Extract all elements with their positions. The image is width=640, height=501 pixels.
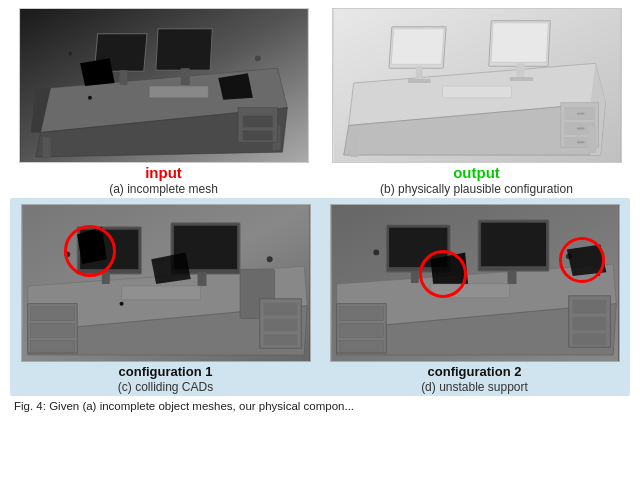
svg-rect-41 (588, 125, 596, 153)
bottom-right-image-box (323, 204, 626, 362)
svg-rect-72 (339, 340, 382, 352)
svg-point-59 (64, 251, 70, 257)
svg-rect-81 (572, 300, 606, 314)
svg-rect-40 (350, 135, 358, 157)
svg-rect-55 (197, 272, 206, 286)
svg-point-85 (373, 249, 379, 255)
top-right-caption: (b) physically plausible configuration (380, 182, 573, 196)
svg-rect-25 (391, 29, 444, 65)
svg-rect-37 (576, 113, 584, 115)
svg-rect-78 (507, 270, 516, 284)
svg-rect-38 (576, 127, 584, 129)
svg-rect-18 (242, 116, 272, 128)
svg-rect-28 (415, 66, 422, 80)
output-config-image (332, 8, 622, 163)
output-label-row: output (323, 164, 630, 181)
svg-rect-29 (516, 63, 524, 79)
figure-caption: Fig. 4: Given (a) incomplete object mesh… (10, 398, 630, 412)
svg-rect-31 (509, 77, 533, 81)
svg-rect-82 (572, 317, 606, 331)
svg-rect-65 (263, 334, 297, 345)
svg-rect-57 (121, 286, 200, 300)
svg-rect-47 (30, 323, 73, 337)
svg-rect-52 (101, 272, 109, 284)
svg-rect-19 (242, 130, 272, 140)
svg-rect-15 (42, 137, 50, 157)
svg-marker-88 (566, 244, 605, 276)
top-left-cell: input (a) incomplete mesh (10, 8, 317, 196)
svg-point-11 (68, 51, 72, 55)
svg-point-14 (236, 91, 240, 95)
top-right-cell: output (b) physically plausible configur… (323, 8, 630, 196)
bottom-left-cell: configuration 1 (c) colliding CADs (14, 204, 317, 394)
svg-rect-63 (263, 303, 297, 316)
input-label-row: input (10, 164, 317, 181)
svg-point-61 (119, 302, 123, 306)
svg-rect-48 (30, 340, 73, 352)
svg-rect-77 (480, 223, 545, 266)
svg-point-60 (266, 256, 272, 262)
svg-rect-32 (442, 86, 511, 98)
colliding-cads-image (21, 204, 311, 362)
bottom-row: configuration 1 (c) colliding CADs (10, 198, 630, 396)
svg-rect-8 (149, 86, 208, 98)
svg-rect-84 (430, 284, 509, 298)
top-right-image-box (323, 8, 630, 163)
svg-rect-64 (263, 319, 297, 332)
incomplete-mesh-image (19, 8, 309, 163)
output-label: output (453, 164, 500, 181)
bottom-left-caption: (c) colliding CADs (118, 380, 213, 394)
top-row: input (a) incomplete mesh (10, 8, 630, 196)
svg-rect-39 (576, 141, 584, 143)
input-label: input (145, 164, 182, 181)
unstable-support-image (330, 204, 620, 362)
svg-rect-5 (155, 29, 211, 70)
svg-rect-71 (339, 323, 382, 337)
svg-rect-30 (407, 79, 430, 83)
svg-point-12 (254, 55, 260, 61)
svg-rect-6 (119, 70, 127, 85)
bottom-right-cell: configuration 2 (d) unstable support (323, 204, 626, 394)
config2-label: configuration 2 (428, 364, 522, 379)
svg-rect-46 (30, 307, 73, 321)
bottom-left-image-box (14, 204, 317, 362)
svg-rect-83 (572, 333, 606, 345)
svg-marker-9 (80, 58, 115, 86)
svg-point-13 (87, 96, 91, 100)
svg-rect-70 (339, 307, 382, 321)
top-left-image-box (10, 8, 317, 163)
page-container: input (a) incomplete mesh (0, 0, 640, 501)
svg-rect-7 (180, 68, 189, 85)
svg-rect-75 (410, 271, 418, 283)
config1-label: configuration 1 (119, 364, 213, 379)
top-left-caption: (a) incomplete mesh (109, 182, 218, 196)
bottom-right-caption: (d) unstable support (421, 380, 528, 394)
svg-rect-27 (490, 23, 547, 62)
